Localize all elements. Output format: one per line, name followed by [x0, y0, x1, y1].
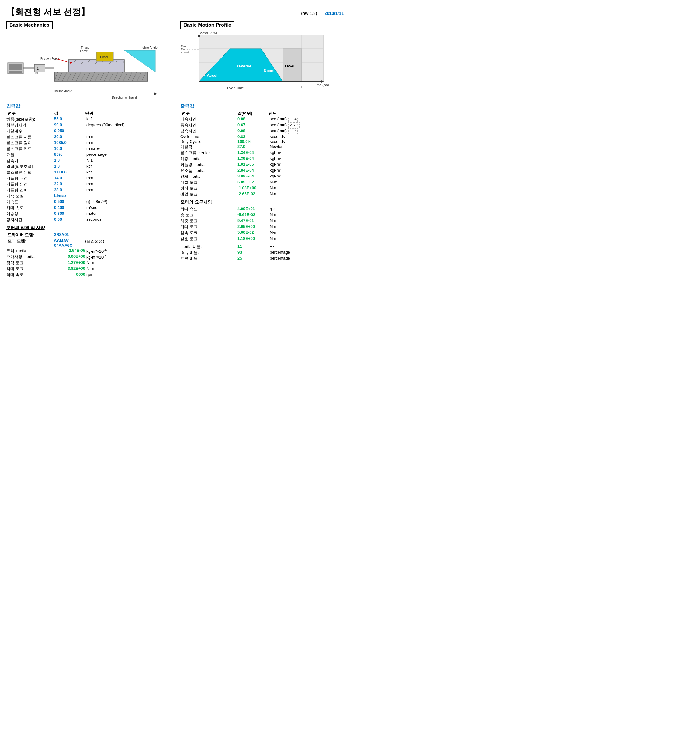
input-row: 효율:85%percentage: [6, 152, 174, 158]
svg-text:Speed: Speed: [181, 51, 189, 54]
input-var-label: 외력(외부추력):: [6, 164, 53, 169]
output-row: 전체 inertia:3.09E-04kgf-m²: [180, 174, 344, 179]
motor-info-row: 로터 inertia:2.54E-05kg-m²×10-4: [6, 248, 174, 254]
input-unit: ----: [86, 128, 92, 134]
rms-val: 1.18E+00: [238, 236, 269, 242]
output-val: 5.05E-02: [238, 180, 269, 185]
svg-text:Thust: Thust: [81, 46, 89, 49]
input-var-label: 볼스크류 리드:: [6, 146, 53, 152]
motor-req-var: 총 토크:: [180, 212, 236, 218]
right-column: Basic Motion Profile: [180, 21, 344, 278]
svg-text:Traverse: Traverse: [235, 64, 252, 69]
input-unit: mm: [86, 181, 93, 187]
input-var-label: 최대 속도:: [6, 205, 53, 211]
motor-req-unit: rps: [270, 206, 275, 212]
input-header: 입력값: [6, 103, 174, 109]
output-val: 1.34E-04: [238, 150, 269, 156]
motor-req-row: 최대 토크:2.05E+00N-m: [180, 224, 344, 230]
output-val: 100.0%: [238, 139, 269, 144]
motor-info-section: 모터의 정격 및 사양 드라이버 모델: 2R8A01 모터 모델: SGMAV…: [6, 225, 174, 278]
output-unit: N-m: [270, 180, 278, 185]
output-unit: Newton: [270, 144, 283, 150]
output-var-label: 정적 토크:: [180, 186, 236, 191]
page-title: 【회전형 서보 선정】: [6, 6, 89, 18]
svg-text:Incline Angle: Incline Angle: [140, 46, 158, 49]
output-header: 출력값: [180, 103, 344, 109]
output-row: 볼스크류 inertia:1.34E-04kgf-m²: [180, 150, 344, 156]
motor-info-table: 드라이버 모델: 2R8A01 모터 모델: SGMAV-04AAA6C (모델…: [6, 232, 174, 248]
input-var-label: 커플링 길이:: [6, 188, 53, 193]
ratio-unit: percentage: [270, 256, 290, 261]
ratio-label: 토크 비율:: [180, 256, 236, 261]
input-val: 38.0: [54, 188, 85, 193]
date-text: 2013/1/11: [325, 11, 344, 16]
out-col-var-header: 변수: [180, 110, 236, 117]
svg-text:Dwell: Dwell: [285, 64, 295, 69]
output-var-label: 요소품 inertia:: [180, 168, 236, 174]
basic-motion-title: Basic Motion Profile: [180, 21, 234, 29]
input-val: 32.0: [54, 181, 85, 187]
motor-var-label: 최대 토크:: [6, 266, 53, 272]
motor-req-var: 최대 토크:: [180, 224, 236, 230]
main-content: Basic Mechanics 1 N: [6, 21, 344, 278]
output-row: 마찰력:27.0Newton: [180, 144, 344, 150]
motor-req-unit: N-m: [270, 218, 278, 224]
output-row: 하중 inertia:1.39E-04kgf-m²: [180, 156, 344, 162]
input-val: 55.0: [54, 117, 85, 122]
ratio-unit: percentage: [270, 250, 290, 255]
svg-text:Time (sec): Time (sec): [314, 83, 330, 87]
svg-text:Friction Force: Friction Force: [41, 57, 60, 60]
input-row: 최대 속도:0.400m/sec: [6, 205, 174, 211]
input-var-label: 효율:: [6, 152, 53, 158]
rev-text: (rev 1.2): [301, 11, 317, 16]
out-col-val-header: 값(변위): [236, 110, 267, 117]
basic-mechanics-title: Basic Mechanics: [6, 21, 53, 29]
motor-req-row: 총 토크:-5.66E-02N-m: [180, 212, 344, 218]
input-unit: percentage: [86, 152, 106, 158]
svg-text:Force: Force: [80, 49, 88, 53]
motion-svg: Motor RPM Time (sec) Max Motor Speed Cyc…: [180, 32, 330, 100]
output-col-headers: 변수 값(변위) 단위: [180, 110, 344, 117]
mechanics-diagram: 1 N: [6, 32, 168, 100]
input-var-label: 가속도:: [6, 199, 53, 205]
input-row: 이송량:0.300meter: [6, 211, 174, 217]
svg-text:Direction of Travel: Direction of Travel: [112, 96, 137, 99]
output-row: 커플링 inertia:1.01E-05kgf-m²: [180, 162, 344, 167]
col-val-header: 값: [53, 110, 84, 117]
input-var-label: 취부경사각:: [6, 122, 53, 128]
input-row: 가속 모델:Linear---: [6, 193, 174, 199]
input-val: 85%: [54, 152, 85, 158]
motor-rows: 로터 inertia:2.54E-05kg-m²×10-4추가사양 inerti…: [6, 248, 174, 278]
output-unit: N-m: [270, 191, 278, 197]
input-row: 외력(외부추력):1.0kgf: [6, 164, 174, 169]
svg-text:Decel: Decel: [264, 69, 275, 73]
motor-var-label: 최대 속도:: [6, 272, 53, 278]
output-unit: kgf-m²: [270, 168, 281, 174]
input-var-label: 가속 모델:: [6, 193, 53, 199]
input-unit: g(=9.8m/s²): [86, 199, 107, 205]
output-row: 요소품 inertia:2.84E-04kgf-m²: [180, 168, 344, 174]
output-var-label: 마찰 토크:: [180, 180, 236, 185]
output-unit: kgf-m²: [270, 156, 281, 162]
svg-rect-2: [9, 67, 22, 70]
motor-req-val: 2.05E+00: [238, 224, 269, 230]
input-rows: 하중(table포함):55.0kgf취부경사각:90.0degrees (90…: [6, 117, 174, 222]
model-select[interactable]: (모델선정): [84, 238, 174, 248]
svg-text:Cycle Time: Cycle Time: [227, 86, 244, 90]
motion-chart: Motor RPM Time (sec) Max Motor Speed Cyc…: [180, 32, 330, 100]
motor-model-label: 모터 모델:: [6, 238, 53, 248]
output-unit: sec (mm): [270, 122, 287, 128]
rms-label: 실효 토크:: [180, 236, 236, 242]
motor-val: 6000: [54, 272, 85, 278]
inertia-note: 16.4: [289, 128, 297, 134]
output-var-label: 볼스크류 inertia:: [180, 150, 236, 156]
input-val: 0.500: [54, 199, 85, 205]
input-row: 정지시간:0.00seconds: [6, 217, 174, 222]
output-rows: 가속시간0.08sec (mm)16.4등속시간0.67sec (mm)267.…: [180, 117, 344, 197]
svg-rect-31: [69, 60, 124, 72]
input-unit: mm: [86, 176, 93, 181]
input-row: 취부경사각:90.0degrees (90=vertical): [6, 122, 174, 128]
input-var-label: 커플링 내경:: [6, 176, 53, 181]
output-unit: seconds: [270, 134, 285, 139]
svg-text:Motor RPM: Motor RPM: [200, 32, 217, 35]
